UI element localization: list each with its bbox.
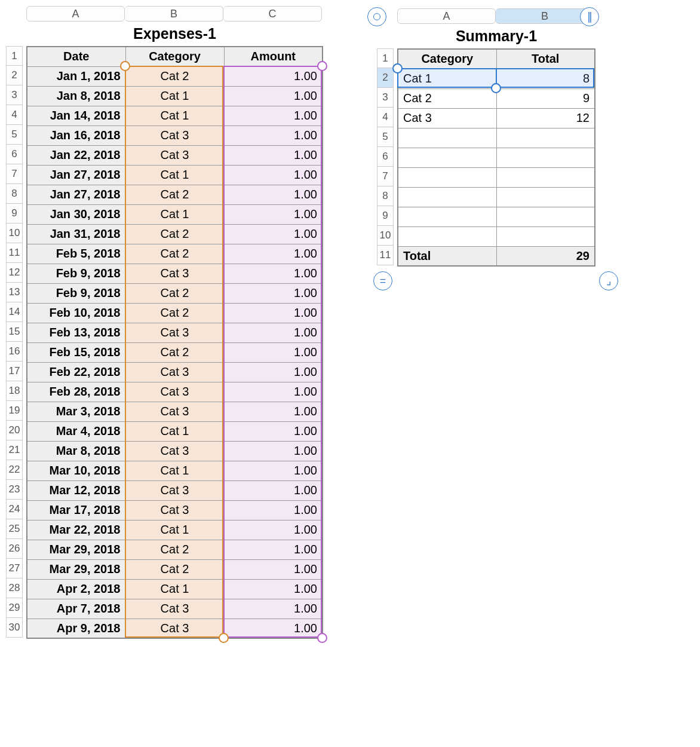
empty-cell[interactable]: [496, 207, 595, 226]
row-number[interactable]: 24: [6, 500, 23, 519]
date-cell[interactable]: Feb 13, 2018: [27, 323, 125, 342]
table-row[interactable]: Feb 5, 2018Cat 21.00: [27, 244, 323, 264]
amount-cell[interactable]: 1.00: [224, 165, 323, 185]
category-cell[interactable]: Cat 3: [125, 362, 224, 382]
table-row[interactable]: Feb 13, 2018Cat 31.00: [27, 323, 323, 342]
date-cell[interactable]: Mar 12, 2018: [27, 480, 125, 500]
table-row[interactable]: Mar 8, 2018Cat 31.00: [27, 441, 323, 461]
row-number[interactable]: 22: [6, 460, 23, 480]
column-header[interactable]: Category: [125, 47, 224, 66]
date-cell[interactable]: Mar 17, 2018: [27, 500, 125, 520]
date-cell[interactable]: Mar 8, 2018: [27, 441, 125, 461]
category-cell[interactable]: Cat 1: [125, 165, 224, 185]
table-row[interactable]: Jan 22, 2018Cat 31.00: [27, 145, 323, 165]
amount-cell[interactable]: 1.00: [224, 500, 323, 520]
row-number[interactable]: 5: [377, 127, 394, 147]
row-number[interactable]: 7: [6, 164, 23, 184]
category-cell[interactable]: Cat 1: [398, 69, 496, 88]
row-number[interactable]: 13: [6, 283, 23, 302]
row-number[interactable]: 11: [377, 246, 394, 265]
category-cell[interactable]: Cat 3: [125, 599, 224, 619]
category-cell[interactable]: Cat 2: [125, 283, 224, 303]
table-row[interactable]: Feb 10, 2018Cat 21.00: [27, 303, 323, 323]
category-cell[interactable]: Cat 2: [398, 88, 496, 108]
category-cell[interactable]: Cat 2: [125, 342, 224, 362]
amount-cell[interactable]: 1.00: [224, 244, 323, 264]
table-row[interactable]: Feb 9, 2018Cat 31.00: [27, 264, 323, 283]
table-row[interactable]: Mar 29, 2018Cat 21.00: [27, 540, 323, 559]
date-cell[interactable]: Feb 15, 2018: [27, 342, 125, 362]
amount-cell[interactable]: 1.00: [224, 402, 323, 421]
row-number[interactable]: 5: [6, 125, 23, 145]
row-number[interactable]: 3: [6, 85, 23, 105]
table-row[interactable]: [398, 128, 595, 148]
empty-cell[interactable]: [398, 148, 496, 167]
date-cell[interactable]: Mar 29, 2018: [27, 559, 125, 579]
date-cell[interactable]: Feb 10, 2018: [27, 303, 125, 323]
row-number[interactable]: 16: [6, 342, 23, 362]
amount-cell[interactable]: 1.00: [224, 579, 323, 599]
row-number[interactable]: 26: [6, 539, 23, 559]
category-cell[interactable]: Cat 3: [125, 125, 224, 145]
amount-cell[interactable]: 1.00: [224, 204, 323, 224]
date-cell[interactable]: Feb 9, 2018: [27, 264, 125, 283]
table-row[interactable]: [398, 187, 595, 207]
row-number[interactable]: 30: [6, 618, 23, 638]
category-cell[interactable]: Cat 3: [125, 382, 224, 402]
date-cell[interactable]: Apr 7, 2018: [27, 599, 125, 619]
category-cell[interactable]: Cat 3: [125, 402, 224, 421]
empty-cell[interactable]: [398, 226, 496, 246]
column-letter[interactable]: C: [223, 6, 322, 22]
date-cell[interactable]: Jan 27, 2018: [27, 165, 125, 185]
table-row[interactable]: Cat 29: [398, 88, 595, 108]
amount-cell[interactable]: 1.00: [224, 421, 323, 441]
date-cell[interactable]: Feb 28, 2018: [27, 382, 125, 402]
table-row[interactable]: Mar 29, 2018Cat 21.00: [27, 559, 323, 579]
table-row[interactable]: Apr 9, 2018Cat 31.00: [27, 619, 323, 638]
category-cell[interactable]: Cat 1: [125, 579, 224, 599]
amount-cell[interactable]: 1.00: [224, 362, 323, 382]
summary-grid[interactable]: CategoryTotalCat 18Cat 29Cat 312Total29: [397, 48, 595, 267]
row-number[interactable]: 6: [377, 147, 394, 167]
row-number[interactable]: 14: [6, 302, 23, 322]
category-cell[interactable]: Cat 3: [398, 108, 496, 128]
table-row[interactable]: Mar 12, 2018Cat 31.00: [27, 480, 323, 500]
empty-cell[interactable]: [398, 167, 496, 187]
total-cell[interactable]: 9: [496, 88, 595, 108]
table-row[interactable]: Jan 27, 2018Cat 21.00: [27, 185, 323, 204]
amount-cell[interactable]: 1.00: [224, 559, 323, 579]
date-cell[interactable]: Jan 14, 2018: [27, 106, 125, 125]
row-number[interactable]: 10: [6, 224, 23, 243]
total-cell[interactable]: 8: [496, 69, 595, 88]
date-cell[interactable]: Jan 31, 2018: [27, 224, 125, 244]
row-number[interactable]: 1: [6, 46, 23, 66]
empty-cell[interactable]: [496, 128, 595, 148]
row-number[interactable]: 8: [377, 186, 394, 206]
table-row[interactable]: Feb 22, 2018Cat 31.00: [27, 362, 323, 382]
amount-cell[interactable]: 1.00: [224, 145, 323, 165]
date-cell[interactable]: Jan 1, 2018: [27, 66, 125, 86]
add-column-icon[interactable]: ‖: [580, 7, 599, 26]
row-number[interactable]: 3: [377, 88, 394, 108]
amount-cell[interactable]: 1.00: [224, 185, 323, 204]
category-cell[interactable]: Cat 3: [125, 145, 224, 165]
table-row[interactable]: Jan 31, 2018Cat 21.00: [27, 224, 323, 244]
amount-cell[interactable]: 1.00: [224, 283, 323, 303]
table-row[interactable]: Mar 4, 2018Cat 11.00: [27, 421, 323, 441]
row-number[interactable]: 2: [377, 68, 394, 88]
table-row[interactable]: Cat 312: [398, 108, 595, 128]
row-number[interactable]: 17: [6, 362, 23, 381]
date-cell[interactable]: Mar 22, 2018: [27, 520, 125, 540]
table-row[interactable]: Mar 3, 2018Cat 31.00: [27, 402, 323, 421]
row-number[interactable]: 28: [6, 578, 23, 598]
table-row[interactable]: Jan 8, 2018Cat 11.00: [27, 86, 323, 106]
row-number[interactable]: 6: [6, 145, 23, 164]
date-cell[interactable]: Feb 9, 2018: [27, 283, 125, 303]
category-cell[interactable]: Cat 2: [125, 224, 224, 244]
amount-cell[interactable]: 1.00: [224, 224, 323, 244]
table-row[interactable]: Jan 30, 2018Cat 11.00: [27, 204, 323, 224]
amount-cell[interactable]: 1.00: [224, 264, 323, 283]
table-row[interactable]: Cat 18: [398, 69, 595, 88]
category-cell[interactable]: Cat 2: [125, 559, 224, 579]
row-number[interactable]: 7: [377, 167, 394, 186]
